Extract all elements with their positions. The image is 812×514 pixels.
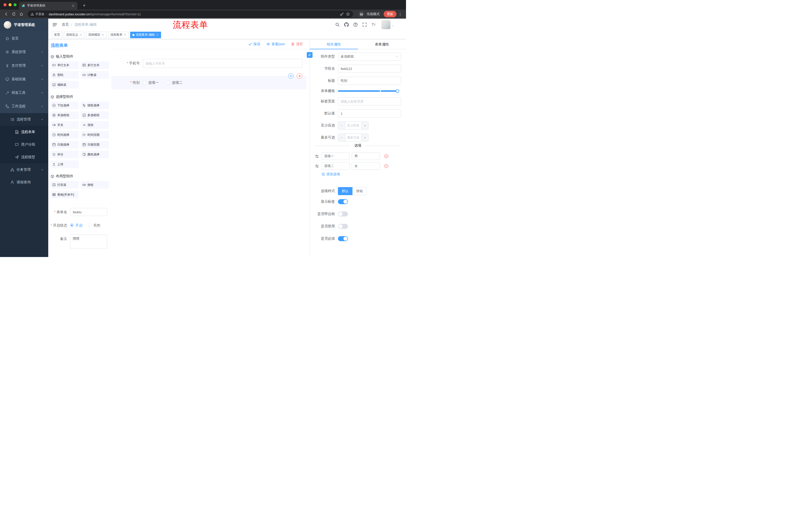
option-style-default-button[interactable]: 默认 [338, 187, 352, 195]
palette-item-upload[interactable]: 上传 [51, 160, 79, 168]
status-off-radio[interactable]: 关闭 [88, 221, 100, 229]
remove-option-icon[interactable] [384, 164, 388, 168]
palette-item-slider[interactable]: 滑块 [81, 121, 109, 129]
form-remark-textarea[interactable]: 嘿嘿 [70, 235, 107, 249]
add-option-button[interactable]: 添加选项 [322, 172, 401, 177]
window-zoom-button[interactable] [13, 3, 17, 6]
label-width-input[interactable] [338, 97, 401, 105]
browser-update-button[interactable]: 更新 [384, 11, 397, 17]
sidebar-item-devtools[interactable]: 研发工具 [0, 86, 48, 100]
option-value-input[interactable] [352, 153, 380, 160]
gender-option-2[interactable]: 选项二 [166, 80, 182, 85]
help-icon[interactable] [353, 22, 358, 27]
border-switch[interactable] [338, 212, 348, 217]
sidebar-item-system[interactable]: 系统管理 [0, 45, 48, 59]
address-bar[interactable]: 不安全 dashboard.yudao.iocoder.cn/bpm/manag… [28, 10, 353, 18]
tag-process-definition[interactable]: 流程定义 [64, 32, 84, 38]
option-name-input[interactable] [321, 153, 349, 160]
tag-process-model[interactable]: 流程模型 [86, 32, 107, 38]
palette-item-radio-group[interactable]: 单选框组 [51, 111, 79, 119]
palette-item-rate[interactable]: 评分 [51, 151, 79, 158]
reload-button[interactable] [10, 11, 17, 17]
palette-item-time-picker[interactable]: 时间选择 [51, 131, 79, 139]
view-json-button[interactable]: 查看json [266, 42, 285, 47]
drag-handle-icon[interactable] [315, 164, 319, 168]
save-button[interactable]: 保存 [248, 42, 260, 47]
palette-item-time-range[interactable]: 时间范围 [81, 131, 109, 139]
close-icon[interactable] [124, 33, 126, 36]
window-minimize-button[interactable] [8, 3, 11, 6]
window-close-button[interactable] [3, 3, 6, 6]
tag-process-form[interactable]: 流程表单 [108, 32, 128, 38]
tab-close-icon[interactable] [71, 4, 75, 7]
sidebar-item-task-management[interactable]: 任务管理 [0, 163, 48, 176]
window-controls[interactable] [3, 3, 17, 6]
close-icon[interactable] [79, 33, 82, 36]
browser-tab[interactable]: 芋道管理系统 [19, 2, 77, 9]
sidebar-item-process-form[interactable]: 流程表单 [0, 126, 48, 138]
sidebar-item-dashboard[interactable]: 首页 [0, 32, 48, 45]
phone-input[interactable] [143, 59, 302, 68]
sidebar-item-leave-query[interactable]: 请假查询 [0, 176, 48, 189]
github-icon[interactable] [344, 22, 349, 27]
search-icon[interactable] [335, 22, 340, 27]
palette-item-table[interactable]: 表格[开发中] [51, 191, 79, 198]
new-tab-button[interactable]: + [81, 2, 87, 9]
font-size-icon[interactable] [371, 22, 376, 27]
palette-item-password[interactable]: 密码 [51, 71, 79, 79]
palette-item-select[interactable]: 下拉选择 [51, 102, 79, 109]
palette-item-date-picker[interactable]: 日期选择 [51, 141, 79, 148]
close-icon[interactable] [156, 33, 159, 36]
checkbox[interactable] [143, 81, 146, 84]
hamburger-icon[interactable] [52, 22, 57, 27]
palette-item-row-container[interactable]: 行容器 [51, 181, 79, 189]
palette-item-multi-line-text[interactable]: 多行文本 [81, 61, 109, 69]
user-menu[interactable] [381, 20, 390, 29]
fullscreen-icon[interactable] [362, 22, 367, 27]
option-value-input[interactable] [352, 162, 380, 170]
field-phone[interactable]: 手机号 [112, 58, 302, 69]
browser-menu-icon[interactable]: ⋮ [398, 12, 403, 17]
min-select-stepper[interactable]: − 至少应选 + [338, 121, 369, 130]
sidebar-item-process-management[interactable]: 流程管理 [0, 113, 48, 126]
breadcrumb-home[interactable]: 首页 [62, 22, 69, 27]
sidebar-item-payment[interactable]: 支付管理 [0, 59, 48, 73]
palette-item-checkbox-group[interactable]: 多选框组 [81, 111, 109, 119]
minus-icon[interactable]: − [338, 122, 345, 129]
palette-item-editor[interactable]: 编辑器 [51, 81, 79, 88]
clear-button[interactable]: 清空 [291, 42, 303, 47]
field-name-input[interactable] [338, 64, 401, 73]
duplicate-field-button[interactable] [288, 73, 294, 79]
show-label-switch[interactable] [338, 199, 348, 204]
security-indicator[interactable]: 不安全 [31, 12, 45, 16]
home-button[interactable] [18, 11, 25, 17]
delete-field-button[interactable] [297, 73, 302, 79]
default-value-input[interactable] [338, 109, 401, 117]
palette-item-cascader[interactable]: 级联选择 [81, 102, 109, 109]
checkbox[interactable] [166, 81, 170, 84]
bookmark-star-icon[interactable] [346, 12, 350, 16]
drag-handle-icon[interactable] [315, 154, 319, 158]
form-name-input[interactable] [70, 208, 107, 216]
minus-icon[interactable]: − [338, 134, 345, 141]
sidebar-logo[interactable]: 芋道管理系统 [0, 19, 48, 31]
sidebar-item-workflow[interactable]: 工作流程 [0, 100, 48, 113]
password-key-icon[interactable] [340, 12, 344, 16]
remove-option-icon[interactable] [384, 154, 388, 158]
required-switch[interactable] [338, 236, 348, 241]
sidebar-item-infrastructure[interactable]: 基础设施 [0, 73, 48, 86]
tab-form-props[interactable]: 表单属性 [358, 39, 406, 49]
palette-item-single-line-text[interactable]: 单行文本 [51, 61, 79, 69]
status-on-radio[interactable]: 开启 [70, 221, 82, 229]
tab-component-props[interactable]: 组件属性 [310, 39, 358, 49]
palette-item-counter[interactable]: 计数器 [81, 71, 109, 79]
avatar[interactable] [381, 20, 390, 29]
option-name-input[interactable] [321, 162, 349, 170]
close-icon[interactable] [102, 33, 104, 36]
palette-item-color-picker[interactable]: 颜色选择 [81, 151, 109, 158]
palette-item-date-range[interactable]: 日期范围 [81, 141, 109, 148]
back-button[interactable] [3, 11, 9, 17]
plus-icon[interactable]: + [361, 122, 368, 129]
component-type-select[interactable]: 多选框组 [338, 53, 401, 61]
tag-process-form-edit[interactable]: 流程表单-编辑 [130, 32, 161, 38]
